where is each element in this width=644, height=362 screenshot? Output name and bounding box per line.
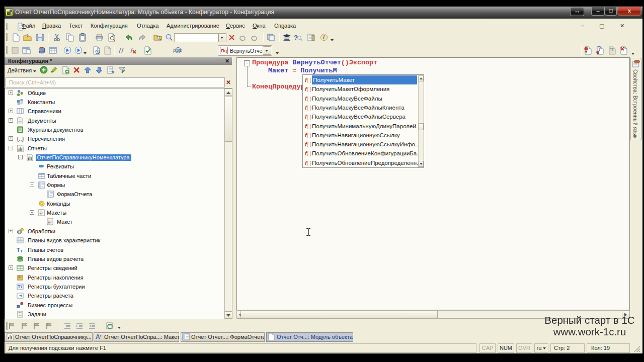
svg-text:?: ? [294,34,298,41]
svg-text:{..}: {..} [17,136,24,142]
svg-text:А: А [96,333,100,340]
svg-text:100: 100 [176,49,182,52]
svg-text:т: т [20,248,22,253]
svg-text:Т: Т [17,247,20,253]
svg-text:i: i [323,35,325,40]
svg-text:Тт: Тт [18,284,22,289]
